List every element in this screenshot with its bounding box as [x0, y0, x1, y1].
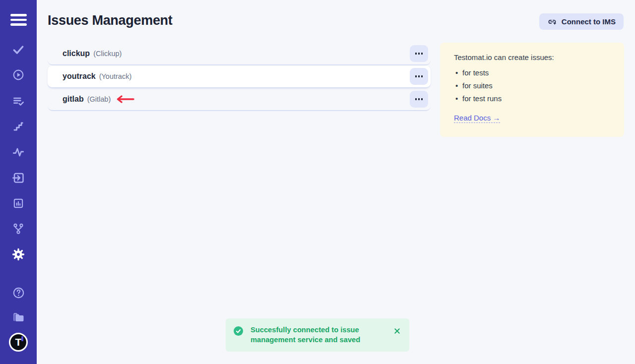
info-panel-title: Testomat.io can create issues: [454, 53, 610, 61]
toast-message: Succesfully connected to issue managemen… [251, 325, 390, 345]
read-docs-link[interactable]: Read Docs → [454, 114, 500, 123]
analytics-pulse-icon [12, 146, 25, 159]
help-icon [12, 286, 25, 300]
sidebar-item-projects[interactable] [0, 307, 37, 327]
sidebar-item-help[interactable] [0, 283, 37, 303]
sidebar-item-import[interactable] [0, 168, 37, 187]
ims-type: (Gitlab) [87, 95, 111, 103]
row-menu-button[interactable] [410, 45, 428, 62]
reports-chart-icon [12, 197, 25, 210]
annotation-arrow-icon [116, 95, 134, 103]
info-bullet-list: for tests for suites for test runs [454, 69, 610, 102]
ims-type: (Youtrack) [99, 72, 132, 80]
link-icon [547, 17, 557, 27]
sidebar-item-test-plans[interactable] [0, 91, 37, 111]
info-bullet: for tests [454, 69, 610, 76]
ims-name: gitlab [63, 95, 84, 104]
page-title: Issues Management [48, 13, 173, 28]
settings-gear-icon [11, 247, 25, 261]
success-toast: Succesfully connected to issue managemen… [226, 318, 409, 352]
ims-name: youtrack [63, 72, 96, 81]
ims-name: clickup [63, 49, 90, 58]
branches-icon [12, 222, 25, 235]
connect-button-label: Connect to IMS [562, 17, 616, 26]
sidebar-item-analytics[interactable] [0, 142, 37, 162]
row-menu-button[interactable] [410, 68, 428, 85]
hamburger-menu-icon[interactable] [0, 10, 37, 30]
test-plans-icon [12, 95, 25, 108]
logo-badge: T [9, 333, 28, 352]
hamburger-bars [10, 14, 27, 26]
import-icon [12, 171, 25, 184]
sidebar-item-reports[interactable] [0, 193, 37, 213]
info-bullet: for suites [454, 82, 610, 89]
issues-management-page: T Issues Management Connect to IMS click… [0, 0, 635, 364]
success-check-icon [234, 326, 243, 336]
ims-row-clickup[interactable]: clickup (Clickup) [48, 43, 431, 65]
sidebar-item-runs[interactable] [0, 65, 37, 85]
ims-row-gitlab[interactable]: gitlab (Gitlab) [48, 88, 431, 111]
testomat-logo[interactable]: T [0, 332, 37, 352]
sidebar-item-steps[interactable] [0, 117, 37, 136]
close-icon [393, 327, 401, 335]
sidebar-item-tests[interactable] [0, 40, 37, 60]
info-bullet: for test runs [454, 95, 610, 102]
logo-tick [21, 336, 23, 341]
sidebar-item-branches[interactable] [0, 219, 37, 239]
connect-to-ims-button[interactable]: Connect to IMS [539, 13, 624, 30]
logo-letter: T [15, 337, 22, 347]
sidebar-item-settings[interactable] [0, 244, 37, 264]
ims-row-youtrack[interactable]: youtrack (Youtrack) [48, 65, 431, 88]
ims-type: (Clickup) [93, 50, 122, 58]
runs-play-icon [12, 68, 25, 81]
steps-icon [12, 120, 25, 133]
tests-check-icon [12, 43, 25, 56]
toast-close-button[interactable] [393, 327, 401, 335]
projects-folder-icon [11, 310, 25, 324]
row-menu-button[interactable] [410, 91, 428, 108]
info-panel: Testomat.io can create issues: for tests… [440, 43, 624, 137]
ims-list: clickup (Clickup) youtrack (Youtrack) gi… [48, 43, 431, 111]
sidebar: T [0, 0, 37, 364]
